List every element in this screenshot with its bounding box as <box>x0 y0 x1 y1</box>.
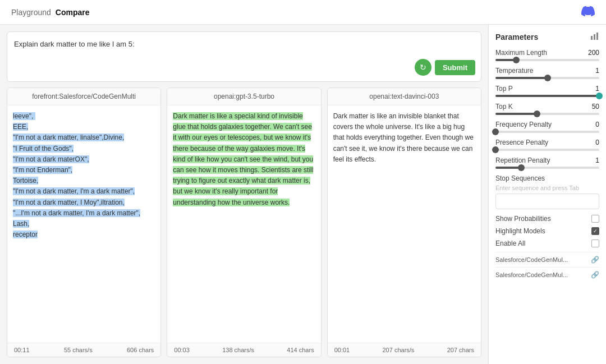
svg-rect-1 <box>594 34 595 40</box>
model-content-1[interactable]: leeve", EEE, "I'm not a dark matter, lin… <box>7 105 160 343</box>
checkbox-show-probabilities[interactable]: Show Probabilities <box>495 215 599 223</box>
checkbox-label-enable-all: Enable All <box>495 239 525 247</box>
col2-time: 00:03 <box>174 347 190 353</box>
param-value-max-length: 200 <box>588 49 599 57</box>
param-repetition-penalty: Repetition Penalty 1 <box>495 156 599 169</box>
link-icon-1[interactable]: 🔗 <box>591 256 599 264</box>
slider-track-frequency-penalty <box>495 131 599 133</box>
prompt-text: Explain dark matter to me like I am 5: <box>14 39 474 50</box>
param-value-top-k: 50 <box>592 103 599 110</box>
slider-thumb-frequency-penalty <box>492 128 499 135</box>
param-value-temperature: 1 <box>595 67 599 75</box>
model-column-3: openai:text-davinci-003 Dark matter is l… <box>327 87 481 357</box>
param-value-top-p: 1 <box>595 85 599 93</box>
model-header-1: forefront:Salesforce/CodeGenMulti <box>7 88 160 105</box>
param-stop-sequences: Stop Sequences Enter sequence and press … <box>495 174 599 209</box>
highlighted-text-1: leeve", EEE, "I'm not a dark matter, lin… <box>13 112 140 238</box>
col3-chars-per-sec: 207 chars/s <box>382 347 414 353</box>
prompt-actions: ↻ Submit <box>415 59 475 76</box>
col1-chars-per-sec: 55 chars/s <box>64 347 93 353</box>
slider-thumb-temperature <box>544 75 551 81</box>
checkbox-enable-all[interactable]: Enable All <box>495 239 599 247</box>
slider-thumb-top-k <box>534 110 540 117</box>
content-area: Explain dark matter to me like I am 5: ↻… <box>0 25 488 364</box>
model-header-2: openai:gpt-3.5-turbo <box>167 88 320 105</box>
col2-total-chars: 414 chars <box>287 347 314 353</box>
checkbox-box-enable-all[interactable] <box>591 239 599 247</box>
sidebar-header: Parameters <box>495 31 599 42</box>
slider-thumb-presence-penalty <box>492 146 499 153</box>
link-icon-2[interactable]: 🔗 <box>591 271 599 279</box>
model-item-name-1: Salesforce/CodeGenMul... <box>495 256 591 263</box>
slider-fill-temperature <box>495 77 548 79</box>
checkbox-highlight-models[interactable]: Highlight Models <box>495 227 599 235</box>
svg-rect-2 <box>596 33 598 40</box>
chart-icon <box>590 31 599 42</box>
slider-thumb-top-p <box>596 93 603 99</box>
refresh-button[interactable]: ↻ <box>415 59 431 76</box>
param-max-length: Maximum Length 200 <box>495 49 599 61</box>
param-presence-penalty: Presence Penalty 0 <box>495 139 599 151</box>
model-column-2: openai:gpt-3.5-turbo Dark matter is like… <box>167 87 321 357</box>
checkbox-label-show-probabilities: Show Probabilities <box>495 215 551 223</box>
param-value-presence-penalty: 0 <box>595 139 599 146</box>
col2-chars-per-sec: 138 chars/s <box>222 347 254 353</box>
param-top-k: Top K 50 <box>495 103 599 115</box>
prompt-box: Explain dark matter to me like I am 5: ↻… <box>7 31 481 82</box>
param-label-top-k: Top K <box>495 103 513 110</box>
col1-total-chars: 606 chars <box>127 347 154 353</box>
model-item-2: Salesforce/CodeGenMul... 🔗 <box>495 267 599 282</box>
slider-track-temperature <box>495 77 599 79</box>
stop-seq-placeholder: Enter sequence and press Tab <box>495 185 599 191</box>
col3-time: 00:01 <box>334 347 350 353</box>
columns-area: forefront:Salesforce/CodeGenMulti leeve"… <box>7 87 481 357</box>
param-label-repetition-penalty: Repetition Penalty <box>495 156 550 164</box>
checkbox-box-show-probabilities[interactable] <box>591 215 599 223</box>
navbar-title: Compare <box>56 8 90 17</box>
col3-total-chars: 207 chars <box>447 347 474 353</box>
highlighted-text-2: Dark matter is like a special kind of in… <box>173 112 313 206</box>
param-label-max-length: Maximum Length <box>495 49 547 57</box>
slider-track-max-length <box>495 59 599 61</box>
stop-seq-label: Stop Sequences <box>495 174 599 182</box>
slider-track-presence-penalty <box>495 149 599 151</box>
slider-fill-top-k <box>495 113 537 115</box>
slider-thumb-repetition-penalty <box>518 164 525 171</box>
slider-fill-top-p <box>495 95 599 97</box>
slider-thumb-max-length <box>513 57 520 63</box>
model-content-2[interactable]: Dark matter is like a special kind of in… <box>167 105 320 343</box>
checkbox-box-highlight-models[interactable] <box>591 227 599 235</box>
sidebar-title: Parameters <box>495 33 538 42</box>
slider-track-repetition-penalty <box>495 167 599 169</box>
model-content-3[interactable]: Dark matter is like an invisible blanket… <box>328 105 481 343</box>
checkbox-label-highlight-models: Highlight Models <box>495 227 545 235</box>
main-layout: Explain dark matter to me like I am 5: ↻… <box>0 25 606 364</box>
plain-text-3: Dark matter is like an invisible blanket… <box>333 112 474 163</box>
param-temperature: Temperature 1 <box>495 67 599 79</box>
submit-button[interactable]: Submit <box>435 60 475 75</box>
model-item-name-2: Salesforce/CodeGenMul... <box>495 271 591 278</box>
param-label-presence-penalty: Presence Penalty <box>495 139 548 146</box>
discord-icon[interactable] <box>581 4 595 20</box>
slider-track-top-p <box>495 95 599 97</box>
navbar-brand: Playground <box>11 8 51 17</box>
model-footer-3: 00:01 207 chars/s 207 chars <box>328 343 481 357</box>
model-header-3: openai:text-davinci-003 <box>328 88 481 105</box>
param-value-repetition-penalty: 1 <box>595 156 599 164</box>
model-footer-1: 00:11 55 chars/s 606 chars <box>7 343 160 357</box>
sidebar: Parameters Maximum Length 200 <box>488 25 606 364</box>
param-label-temperature: Temperature <box>495 67 533 75</box>
param-label-top-p: Top P <box>495 85 513 93</box>
col1-time: 00:11 <box>14 347 30 353</box>
stop-seq-input[interactable] <box>495 193 599 209</box>
param-top-p: Top P 1 <box>495 85 599 97</box>
model-footer-2: 00:03 138 chars/s 414 chars <box>167 343 320 357</box>
slider-track-top-k <box>495 113 599 115</box>
navbar: Playground Compare <box>0 0 606 25</box>
param-value-frequency-penalty: 0 <box>595 121 599 128</box>
model-item-1: Salesforce/CodeGenMul... 🔗 <box>495 252 599 267</box>
svg-rect-0 <box>591 36 593 40</box>
model-column-1: forefront:Salesforce/CodeGenMulti leeve"… <box>7 87 161 357</box>
param-frequency-penalty: Frequency Penalty 0 <box>495 121 599 133</box>
param-label-frequency-penalty: Frequency Penalty <box>495 121 552 128</box>
